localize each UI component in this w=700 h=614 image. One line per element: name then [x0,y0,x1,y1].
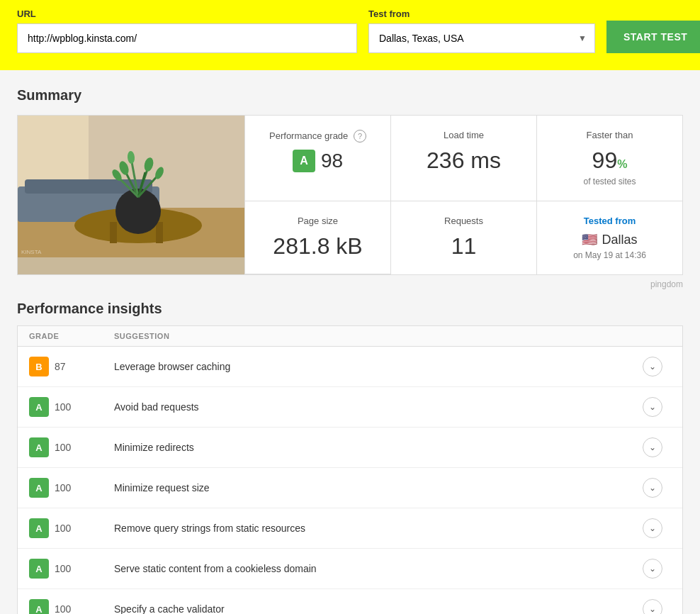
insight-row[interactable]: A 100 Minimize request size ⌄ [18,468,682,508]
insight-suggestion-text: Minimize request size [114,482,643,493]
grade-score: 100 [55,401,71,413]
pingdom-credit: pingdom [17,279,683,289]
svg-rect-8 [156,222,163,243]
insight-suggestion-text: Serve static content from a cookieless d… [114,563,643,574]
thumbnail-svg: KINSTA [18,116,244,257]
grade-num-group: A 100 [29,437,114,457]
expand-button[interactable]: ⌄ [643,478,662,498]
start-test-button[interactable]: START TEST [606,21,700,53]
performance-grade-label: Performance grade ? [259,130,376,143]
insight-suggestion-text: Specify a cache validator [114,603,643,614]
grade-badge: A [29,599,49,614]
expand-button[interactable]: ⌄ [643,357,662,376]
insight-suggestion-text: Remove query strings from static resourc… [114,523,643,534]
grade-num-group: A 100 [29,478,114,498]
insight-suggestion-text: Minimize redirects [114,442,643,453]
insight-row[interactable]: A 100 Specify a cache validator ⌄ [18,589,682,614]
us-flag-icon: 🇺🇸 [582,232,597,247]
expand-button[interactable]: ⌄ [643,518,662,538]
page-size-cell: Page size 281.8 kB [244,201,390,274]
load-time-value: 236 ms [405,147,522,174]
svg-rect-7 [110,222,117,243]
faster-than-cell: Faster than 99% of tested sites [536,116,682,201]
main-content: Summary [0,70,700,614]
grade-score: 100 [55,603,71,614]
grade-num-group: A 100 [29,397,114,417]
expand-button[interactable]: ⌄ [643,559,662,579]
faster-than-value: 99% [551,147,668,174]
tested-from-date: on May 19 at 14:36 [551,250,668,260]
tested-from-cell: Tested from 🇺🇸 Dallas on May 19 at 14:36 [536,201,682,274]
grade-score: 100 [55,563,71,574]
requests-cell: Requests 11 [390,201,536,274]
grade-badge-a: A [293,150,315,172]
expand-button[interactable]: ⌄ [643,397,662,417]
dallas-row: 🇺🇸 Dallas [551,232,668,247]
url-label: URL [17,9,357,19]
insight-row[interactable]: A 100 Minimize redirects ⌄ [18,428,682,468]
grade-badge: B [29,357,49,376]
testfrom-select[interactable]: Dallas, Texas, USA New York, USA London,… [368,23,595,53]
insight-row[interactable]: A 100 Avoid bad requests ⌄ [18,387,682,428]
grade-badge: A [29,518,49,538]
grade-badge: A [29,559,49,579]
load-time-label: Load time [405,130,522,140]
faster-than-label: Faster than [551,130,668,140]
grade-num-group: A 100 [29,518,114,538]
grade-badge: A [29,397,49,417]
insights-table: GRADE SUGGESTION B 87 Leverage browser c… [17,325,683,614]
testfrom-label: Test from [368,9,595,19]
requests-label: Requests [405,216,522,226]
svg-text:KINSTA: KINSTA [21,249,42,255]
percent-sign: % [617,158,627,170]
grade-badge: A [29,437,49,457]
grade-row: A 98 [259,150,376,172]
page-size-value: 281.8 kB [259,233,376,259]
help-icon[interactable]: ? [354,130,366,143]
page-size-label: Page size [259,216,376,226]
header: URL Test from Dallas, Texas, USA New Yor… [0,0,700,70]
url-input[interactable] [17,23,357,53]
testfrom-select-wrapper: Dallas, Texas, USA New York, USA London,… [368,23,595,53]
summary-title: Summary [17,87,683,104]
insight-suggestion-text: Leverage browser caching [114,361,643,372]
insight-row[interactable]: B 87 Leverage browser caching ⌄ [18,347,682,387]
grade-num-group: A 100 [29,599,114,614]
grade-num-group: A 100 [29,559,114,579]
tested-from-label: Tested from [551,216,668,226]
tested-from-city: Dallas [602,233,637,247]
insight-row[interactable]: A 100 Serve static content from a cookie… [18,549,682,589]
summary-image: KINSTA [18,116,244,274]
grade-badge: A [29,478,49,498]
performance-grade-value: 98 [321,150,343,172]
insights-title: Performance insights [17,301,683,317]
grade-score: 100 [55,482,71,493]
insights-header-grade: GRADE [29,332,114,340]
summary-grid: KINSTA Performance grade ? A 98 Load tim… [17,115,683,275]
testfrom-field-group: Test from Dallas, Texas, USA New York, U… [368,9,595,53]
insights-header-suggestion: SUGGESTION [114,332,643,340]
grade-score: 100 [55,442,71,453]
url-field-group: URL [17,9,357,53]
insights-rows: B 87 Leverage browser caching ⌄ A 100 Av… [18,347,682,614]
performance-grade-cell: Performance grade ? A 98 [244,116,390,201]
faster-than-sub: of tested sites [551,177,668,186]
site-thumbnail: KINSTA [18,116,244,257]
insights-table-header: GRADE SUGGESTION [18,326,682,347]
grade-score: 100 [55,523,71,534]
grade-score: 87 [55,361,66,372]
insight-row[interactable]: A 100 Remove query strings from static r… [18,508,682,549]
expand-button[interactable]: ⌄ [643,437,662,457]
requests-value: 11 [405,233,522,259]
load-time-cell: Load time 236 ms [390,116,536,201]
insight-suggestion-text: Avoid bad requests [114,401,643,413]
grade-num-group: B 87 [29,357,114,376]
expand-button[interactable]: ⌄ [643,599,662,614]
